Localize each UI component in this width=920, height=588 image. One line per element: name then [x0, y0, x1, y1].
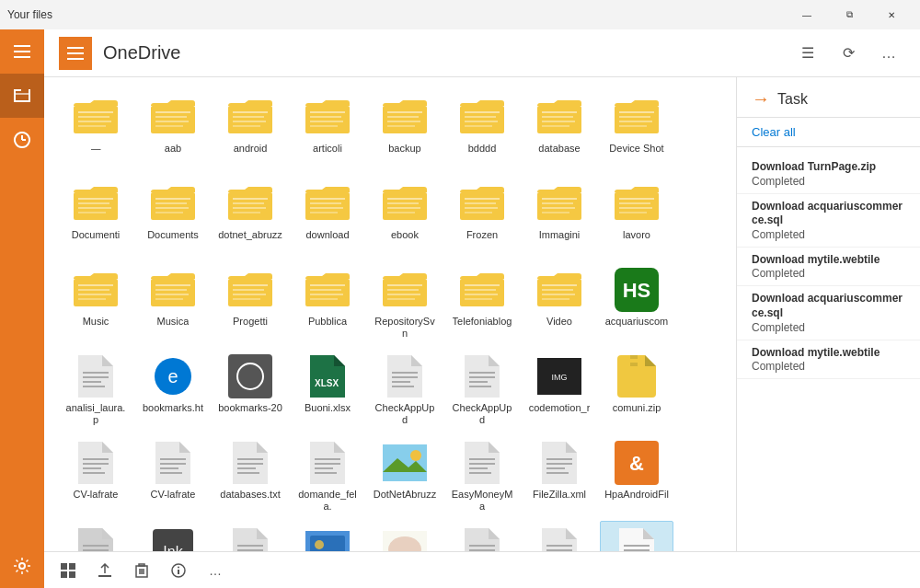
file-item[interactable]: download	[291, 175, 364, 258]
file-item[interactable]: —	[59, 88, 132, 171]
file-item[interactable]: bookmarks-20	[213, 348, 287, 431]
more-button[interactable]: …	[872, 37, 905, 70]
file-item[interactable]: CV-lafrate	[59, 434, 132, 517]
file-item[interactable]: Device Shot	[600, 88, 673, 171]
file-item[interactable]: dotnet_abruzz	[213, 175, 287, 258]
file-icon	[460, 95, 504, 139]
file-item[interactable]: Music	[59, 261, 132, 344]
grid-view-button[interactable]	[52, 554, 85, 587]
file-name: dotnet_abruzz	[218, 229, 282, 241]
delete-button[interactable]	[125, 554, 158, 587]
svg-rect-118	[387, 298, 415, 300]
file-item[interactable]: XLSX Buoni.xlsx	[291, 348, 364, 431]
svg-rect-119	[460, 279, 504, 306]
file-item[interactable]: Immagini	[523, 175, 596, 258]
svg-rect-150	[630, 355, 638, 359]
file-item[interactable]: IMG codemotion_r	[523, 348, 596, 431]
upload-button[interactable]	[88, 554, 121, 587]
file-item[interactable]: CV-lafrate	[136, 434, 210, 517]
svg-rect-43	[465, 125, 492, 127]
svg-rect-79	[460, 192, 504, 220]
svg-rect-85	[542, 198, 577, 200]
file-item[interactable]: Frozen	[445, 175, 519, 258]
file-item[interactable]: DotNetAbruzz	[368, 434, 442, 517]
file-icon: XLSX	[305, 354, 350, 398]
svg-rect-104	[228, 279, 272, 306]
file-item[interactable]: comuni.zip	[600, 348, 673, 431]
nav-recent-icon[interactable]	[0, 118, 44, 162]
minimize-button[interactable]: —	[786, 0, 828, 29]
file-name: Documents	[147, 229, 199, 241]
file-item[interactable]: Pubblica	[291, 261, 364, 344]
file-item[interactable]: install_phone.b	[213, 521, 287, 551]
menu-button[interactable]: ☰	[791, 37, 824, 70]
refresh-button[interactable]: ⟳	[832, 37, 865, 70]
file-icon	[460, 354, 504, 398]
svg-rect-15	[78, 111, 113, 113]
svg-rect-32	[310, 121, 343, 122]
nav-settings-icon[interactable]	[0, 544, 44, 588]
file-item[interactable]: Telefoniablog	[445, 261, 519, 344]
file-item[interactable]: aab	[136, 88, 210, 171]
file-item[interactable]: maria_torta.jpg	[368, 521, 442, 551]
svg-rect-143	[392, 386, 414, 387]
svg-text:Ink: Ink	[163, 544, 183, 551]
file-name: database	[538, 143, 580, 155]
file-item[interactable]: mytile.webtile	[600, 521, 673, 551]
file-item[interactable]: lavoro	[600, 175, 673, 258]
file-item[interactable]: Musica	[136, 261, 210, 344]
svg-rect-131	[83, 372, 109, 374]
svg-rect-141	[392, 376, 418, 378]
file-item[interactable]: database	[523, 88, 596, 171]
file-item[interactable]: bdddd	[445, 88, 519, 171]
file-item[interactable]: & HpaAndroidFil	[600, 434, 673, 517]
task-arrow-icon: →	[752, 88, 770, 110]
svg-rect-36	[387, 116, 419, 118]
file-item[interactable]: CheckAppUpd	[368, 348, 442, 431]
header-hamburger[interactable]	[59, 37, 92, 70]
svg-rect-24	[228, 106, 272, 133]
svg-text:HS: HS	[623, 279, 651, 302]
file-item[interactable]: Jake&Crew-	[291, 521, 364, 551]
maximize-button[interactable]: ⧉	[828, 0, 870, 29]
svg-rect-60	[155, 198, 190, 200]
file-item[interactable]: Ink InkscapePorta	[136, 521, 210, 551]
file-item[interactable]: backup	[368, 88, 442, 171]
more-options-button[interactable]: …	[199, 554, 232, 587]
close-button[interactable]: ✕	[870, 0, 913, 29]
file-item[interactable]: RepositorySvn	[368, 261, 442, 344]
svg-rect-73	[310, 212, 338, 213]
svg-rect-34	[383, 106, 427, 133]
file-item[interactable]: articoli	[291, 88, 364, 171]
file-item[interactable]: Video	[523, 261, 596, 344]
clear-all-button[interactable]: Clear all	[737, 118, 920, 147]
file-item[interactable]: ebook	[368, 175, 442, 258]
file-item[interactable]: ImapX.dll	[59, 521, 132, 551]
file-item[interactable]: databases.txt	[213, 434, 287, 517]
svg-rect-82	[465, 207, 498, 209]
file-name: Music	[83, 316, 109, 328]
file-item[interactable]: Microsoft.Asp	[445, 521, 519, 551]
file-item[interactable]: CheckAppUpd	[445, 348, 519, 431]
file-item[interactable]: analisi_laura.p	[59, 348, 132, 431]
nav-hamburger[interactable]	[0, 29, 44, 74]
file-item[interactable]: Documents	[136, 175, 210, 258]
file-item[interactable]: FileZilla.xml	[523, 434, 596, 517]
file-item[interactable]: Documenti	[59, 175, 132, 258]
svg-rect-280	[98, 575, 111, 577]
file-item[interactable]: HS acquariuscom	[600, 261, 673, 344]
svg-rect-80	[465, 198, 500, 200]
svg-rect-108	[233, 298, 260, 300]
file-item[interactable]: domande_fela.	[291, 434, 364, 517]
file-item[interactable]: e bookmarks.ht	[136, 348, 210, 431]
svg-rect-174	[469, 463, 495, 465]
file-icon: &	[615, 441, 659, 485]
file-name: databases.txt	[220, 489, 280, 501]
nav-files-icon[interactable]	[0, 74, 44, 118]
file-item[interactable]: Progetti	[213, 261, 287, 344]
file-item[interactable]: android	[213, 88, 287, 171]
file-item[interactable]: EasyMoneyMa	[445, 434, 519, 517]
svg-rect-30	[310, 111, 345, 113]
info-button[interactable]	[162, 554, 195, 587]
file-item[interactable]: MjpegProcess	[523, 521, 596, 551]
